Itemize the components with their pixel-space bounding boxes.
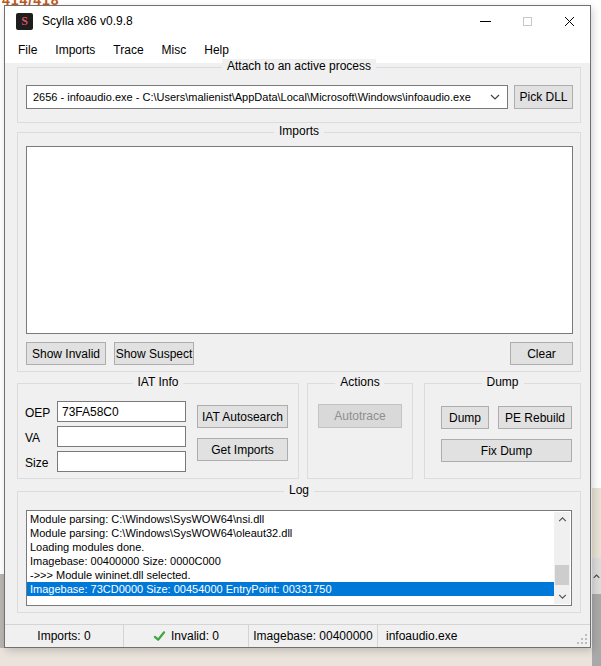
- chevron-down-icon: [483, 94, 507, 100]
- log-line[interactable]: Loading modules done.: [27, 540, 554, 554]
- autotrace-button: Autotrace: [318, 404, 402, 428]
- screen: 414/418 S Scylla x86 v0.9.8: [0, 0, 601, 666]
- dump-group: Dump: [424, 383, 581, 479]
- iat-info-group-title: IAT Info: [133, 375, 184, 389]
- show-suspect-button[interactable]: Show Suspect: [114, 342, 194, 365]
- log-line[interactable]: Module parsing: C:\Windows\SysWOW64\nsi.…: [27, 512, 554, 526]
- menu-misc[interactable]: Misc: [153, 39, 196, 61]
- status-imports: Imports: 0: [5, 625, 124, 647]
- status-bar: Imports: 0 Invalid: 0 Imagebase: 0040000…: [5, 624, 590, 647]
- dump-button[interactable]: Dump: [441, 406, 489, 429]
- attach-group-title: Attach to an active process: [222, 59, 376, 73]
- status-invalid: Invalid: 0: [124, 625, 249, 647]
- check-icon: [153, 630, 166, 642]
- imports-tree-list[interactable]: [26, 146, 573, 334]
- menu-imports[interactable]: Imports: [46, 39, 104, 61]
- status-process: infoaudio.exe: [378, 625, 590, 647]
- resize-grip[interactable]: [575, 632, 587, 644]
- log-group-title: Log: [284, 483, 314, 497]
- pe-rebuild-button[interactable]: PE Rebuild: [498, 406, 572, 429]
- va-input[interactable]: [57, 426, 186, 447]
- process-select[interactable]: 2656 - infoaudio.exe - C:\Users\malienis…: [26, 85, 508, 109]
- minimize-button[interactable]: [464, 6, 506, 36]
- background-edge-right: [592, 488, 601, 558]
- minimize-icon: [480, 21, 491, 22]
- desktop-background-bottom: [0, 648, 592, 666]
- close-icon: [564, 16, 575, 27]
- status-imagebase: Imagebase: 00400000: [249, 625, 378, 647]
- menu-trace[interactable]: Trace: [104, 39, 152, 61]
- background-scrollbar-fragment: [592, 558, 601, 594]
- clear-button[interactable]: Clear: [510, 342, 573, 365]
- status-invalid-text: Invalid: 0: [171, 629, 219, 643]
- va-label: VA: [25, 431, 40, 445]
- scrollbar-thumb[interactable]: [555, 565, 569, 585]
- get-imports-button[interactable]: Get Imports: [197, 438, 288, 461]
- size-input[interactable]: [57, 451, 186, 472]
- status-imagebase-text: Imagebase: 00400000: [253, 629, 372, 643]
- status-imports-text: Imports: 0: [37, 629, 90, 643]
- actions-group-title: Actions: [335, 375, 384, 389]
- menu-file[interactable]: File: [9, 39, 46, 61]
- oep-input[interactable]: [57, 401, 186, 422]
- scroll-up-button[interactable]: [554, 512, 570, 527]
- scroll-up-icon: [593, 574, 600, 579]
- log-list[interactable]: Module parsing: C:\Windows\SysWOW64\nsi.…: [26, 510, 572, 606]
- fix-dump-button[interactable]: Fix Dump: [441, 439, 572, 462]
- scroll-down-button[interactable]: [554, 589, 570, 604]
- size-label: Size: [25, 456, 48, 470]
- log-line[interactable]: Imagebase: 00400000 Size: 0000C000: [27, 554, 554, 568]
- show-invalid-button[interactable]: Show Invalid: [26, 342, 106, 365]
- maximize-button[interactable]: [506, 6, 548, 36]
- imports-group-title: Imports: [274, 124, 324, 138]
- log-scrollbar[interactable]: [554, 512, 570, 604]
- status-process-text: infoaudio.exe: [386, 629, 457, 643]
- log-lines: Module parsing: C:\Windows\SysWOW64\nsi.…: [27, 512, 554, 596]
- menu-help[interactable]: Help: [195, 39, 238, 61]
- log-line[interactable]: ->>> Module wininet.dll selected.: [27, 568, 554, 582]
- caption-buttons: [464, 6, 590, 36]
- oep-label: OEP: [25, 406, 50, 420]
- actions-group: Actions: [307, 383, 413, 479]
- close-button[interactable]: [548, 6, 590, 36]
- app-icon: S: [16, 13, 33, 30]
- iat-autosearch-button[interactable]: IAT Autosearch: [197, 405, 288, 428]
- title-bar[interactable]: S Scylla x86 v0.9.8: [5, 6, 590, 36]
- pick-dll-button[interactable]: Pick DLL: [514, 85, 573, 109]
- process-select-value: 2656 - infoaudio.exe - C:\Users\malienis…: [27, 91, 483, 103]
- window-title: Scylla x86 v0.9.8: [42, 14, 133, 28]
- scroll-up-icon: [558, 517, 567, 522]
- dump-group-title: Dump: [481, 375, 523, 389]
- background-scrollbar-track: [592, 594, 601, 666]
- scylla-window: S Scylla x86 v0.9.8 File Imp: [4, 5, 591, 648]
- maximize-icon: [523, 17, 532, 26]
- log-line-selected[interactable]: Imagebase: 73CD0000 Size: 00454000 Entry…: [27, 582, 554, 596]
- log-line[interactable]: Module parsing: C:\Windows\SysWOW64\olea…: [27, 526, 554, 540]
- scroll-down-icon: [558, 594, 567, 599]
